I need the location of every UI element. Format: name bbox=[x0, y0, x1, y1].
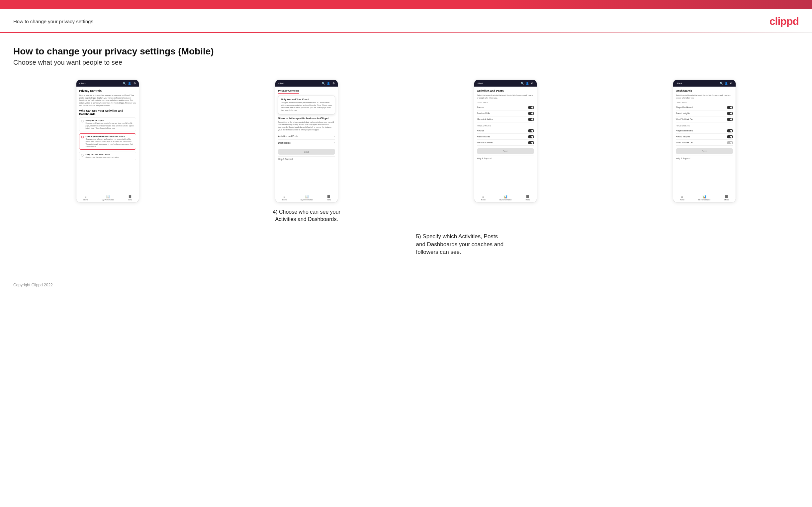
nav-menu-3[interactable]: ☰ Menu bbox=[525, 195, 530, 201]
nav-menu-2[interactable]: ☰ Menu bbox=[327, 195, 331, 201]
radio-you-coach[interactable] bbox=[81, 154, 84, 157]
radio-everyone[interactable] bbox=[81, 120, 84, 122]
home-label-4: Home bbox=[680, 199, 684, 201]
nav-menu-1[interactable]: ☰ Menu bbox=[128, 195, 132, 201]
toggle-followers-manual[interactable]: Manual Activities bbox=[477, 140, 534, 146]
followers-player-dash-label: Player Dashboard bbox=[676, 129, 693, 132]
chevron-right-activities: › bbox=[334, 135, 335, 138]
home-label-1: Home bbox=[83, 199, 88, 201]
chart-icon-2: 📊 bbox=[305, 195, 309, 199]
back-button-1[interactable]: ‹ Back bbox=[79, 82, 86, 84]
nav-performance-1[interactable]: 📊 My Performance bbox=[102, 195, 114, 201]
followers-what-to-work-label: What To Work On bbox=[676, 142, 693, 144]
toggle-followers-round-insights-switch[interactable] bbox=[727, 135, 733, 138]
mockup-group-3: ‹ Back 🔍 👤 ⚙ Activities and Posts Select… bbox=[411, 79, 600, 203]
activities-posts-title: Activities and Posts bbox=[477, 89, 534, 93]
back-label-4: Back bbox=[677, 82, 682, 84]
nav-performance-4[interactable]: 📊 My Performance bbox=[698, 195, 711, 201]
option-followers-coach[interactable]: Only Approved Followers and Your Coach O… bbox=[79, 133, 136, 150]
toggle-coaches-manual[interactable]: Manual Activities bbox=[477, 116, 534, 122]
performance-label-2: My Performance bbox=[301, 199, 313, 201]
nav-menu-4[interactable]: ☰ Menu bbox=[724, 195, 729, 201]
toggle-coaches-player-dash-switch[interactable] bbox=[727, 106, 733, 109]
person-icon[interactable]: 👤 bbox=[128, 81, 131, 85]
toggle-followers-rounds[interactable]: Rounds bbox=[477, 128, 534, 134]
radio-followers-coach[interactable] bbox=[81, 136, 84, 138]
settings-icon-4[interactable]: ⚙ bbox=[730, 81, 733, 85]
menu-label-4: Menu bbox=[724, 199, 729, 201]
settings-icon-2[interactable]: ⚙ bbox=[332, 81, 335, 85]
activities-posts-label: Activities and Posts bbox=[278, 135, 298, 137]
toggle-followers-rounds-switch[interactable] bbox=[528, 129, 534, 132]
performance-label-3: My Performance bbox=[500, 199, 512, 201]
nav-performance-3[interactable]: 📊 My Performance bbox=[500, 195, 512, 201]
option-followers-coach-text: Only Approved Followers and Your Coach O… bbox=[85, 135, 134, 148]
chevron-left-icon: ‹ bbox=[79, 82, 80, 84]
home-icon: ⌂ bbox=[85, 195, 87, 199]
toggle-coaches-manual-switch[interactable] bbox=[528, 118, 534, 121]
toggle-coaches-what-to-work[interactable]: What To Work On bbox=[676, 116, 733, 122]
toggle-coaches-practice-switch[interactable] bbox=[528, 112, 534, 115]
save-button-3[interactable]: Save bbox=[477, 148, 534, 154]
search-icon[interactable]: 🔍 bbox=[123, 81, 126, 85]
home-icon-2: ⌂ bbox=[284, 195, 286, 199]
toggle-followers-player-dash[interactable]: Player Dashboard bbox=[676, 128, 733, 134]
person-icon-4[interactable]: 👤 bbox=[725, 81, 728, 85]
nav-home-2[interactable]: ⌂ Home bbox=[282, 195, 287, 201]
settings-icon[interactable]: ⚙ bbox=[133, 81, 136, 85]
followers-rounds-label: Rounds bbox=[477, 129, 484, 132]
toggle-coaches-player-dash[interactable]: Player Dashboard bbox=[676, 105, 733, 111]
home-icon-4: ⌂ bbox=[681, 195, 683, 199]
option-everyone[interactable]: Everyone on Clippd Everyone on Clippd ca… bbox=[79, 117, 136, 131]
option-you-coach[interactable]: Only You and Your Coach Only you and the… bbox=[79, 152, 136, 161]
mockup-group-1: ‹ Back 🔍 👤 ⚙ Privacy Controls Control ho… bbox=[13, 79, 202, 203]
settings-icon-3[interactable]: ⚙ bbox=[531, 81, 534, 85]
chart-icon-3: 📊 bbox=[503, 195, 507, 199]
back-button-4[interactable]: ‹ Back bbox=[676, 82, 682, 84]
toggle-followers-practice-switch[interactable] bbox=[528, 135, 534, 138]
back-button-2[interactable]: ‹ Back bbox=[278, 82, 285, 84]
caption-step5-line3: followers can see. bbox=[416, 249, 461, 255]
menu-icon-2: ☰ bbox=[327, 195, 330, 199]
help-support-4: Help & Support bbox=[676, 156, 733, 161]
option-everyone-label: Everyone on Clippd bbox=[85, 119, 134, 121]
toggle-followers-manual-switch[interactable] bbox=[528, 141, 534, 144]
search-icon-3[interactable]: 🔍 bbox=[521, 81, 524, 85]
person-icon-2[interactable]: 👤 bbox=[327, 81, 330, 85]
toggle-followers-player-dash-switch[interactable] bbox=[727, 129, 733, 132]
toggle-followers-what-to-work[interactable]: What To Work On bbox=[676, 140, 733, 146]
back-label-3: Back bbox=[478, 82, 484, 84]
toggle-followers-round-insights[interactable]: Round Insights bbox=[676, 134, 733, 140]
nav-performance-2[interactable]: 📊 My Performance bbox=[301, 195, 313, 201]
search-icon-4[interactable]: 🔍 bbox=[720, 81, 723, 85]
step5-spacer-1 bbox=[13, 227, 205, 256]
toggle-coaches-rounds[interactable]: Rounds bbox=[477, 105, 534, 111]
toggle-followers-what-to-work-switch[interactable] bbox=[727, 141, 733, 144]
privacy-controls-title: Privacy Controls bbox=[79, 89, 136, 93]
toggle-coaches-round-insights[interactable]: Round Insights bbox=[676, 111, 733, 116]
save-button-4[interactable]: Save bbox=[676, 148, 733, 154]
toggle-followers-practice[interactable]: Practice Drills bbox=[477, 134, 534, 140]
coaches-rounds-label: Rounds bbox=[477, 106, 484, 109]
toggle-coaches-what-to-work-switch[interactable] bbox=[727, 118, 733, 121]
toggle-coaches-round-insights-switch[interactable] bbox=[727, 112, 733, 115]
toggle-coaches-practice[interactable]: Practice Drills bbox=[477, 111, 534, 116]
nav-home-1[interactable]: ⌂ Home bbox=[83, 195, 88, 201]
chevron-left-icon-3: ‹ bbox=[477, 82, 477, 84]
menu-icon-3: ☰ bbox=[526, 195, 529, 199]
nav-home-4[interactable]: ⌂ Home bbox=[680, 195, 684, 201]
nav-home-3[interactable]: ⌂ Home bbox=[481, 195, 486, 201]
privacy-controls-tab[interactable]: Privacy Controls bbox=[278, 89, 299, 94]
step5-caption-row: 5) Specify which Activities, Posts and D… bbox=[13, 227, 799, 256]
person-icon-3[interactable]: 👤 bbox=[526, 81, 529, 85]
toggle-coaches-rounds-switch[interactable] bbox=[528, 106, 534, 109]
activities-posts-row[interactable]: Activities and Posts › bbox=[278, 133, 335, 140]
back-button-3[interactable]: ‹ Back bbox=[477, 82, 484, 84]
privacy-controls-desc: Control how you and your data appears to… bbox=[79, 94, 136, 107]
dashboards-row[interactable]: Dashboards › bbox=[278, 140, 335, 146]
popup-title: Only You and Your Coach bbox=[281, 98, 332, 101]
search-icon-2[interactable]: 🔍 bbox=[322, 81, 325, 85]
coaches-practice-label: Practice Drills bbox=[477, 112, 490, 114]
save-button-2[interactable]: Save bbox=[278, 149, 335, 155]
header-title: How to change your privacy settings bbox=[13, 18, 93, 24]
